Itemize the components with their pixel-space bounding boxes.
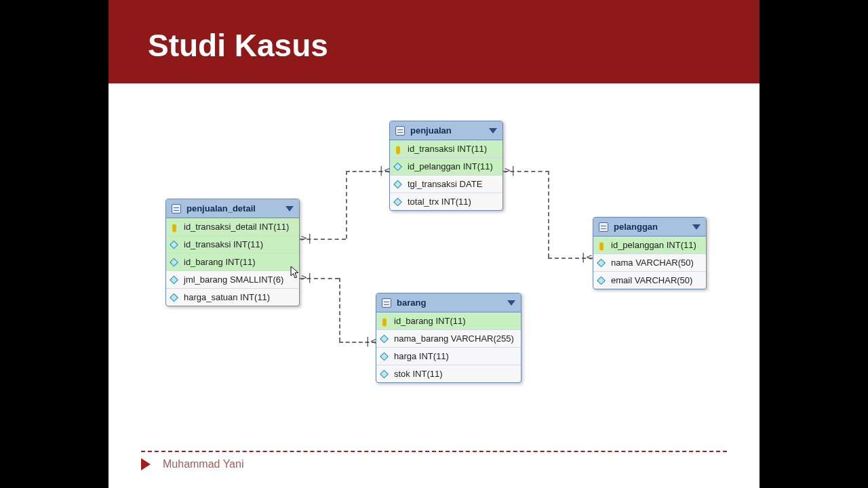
column-icon xyxy=(393,180,402,188)
column-row: total_trx INT(11) xyxy=(390,192,502,210)
entity-title: penjualan xyxy=(410,125,489,136)
pk-icon xyxy=(381,318,387,324)
column-label: stok INT(11) xyxy=(394,369,443,379)
column-row: harga INT(11) xyxy=(376,347,521,365)
column-label: nama_barang VARCHAR(255) xyxy=(394,333,514,344)
column-label: id_pelanggan INT(11) xyxy=(611,240,696,250)
column-icon xyxy=(380,369,389,378)
entity-pelanggan[interactable]: pelanggan id_pelanggan INT(11) nama VARC… xyxy=(593,217,707,289)
one-tick-icon: |< xyxy=(365,336,376,346)
pk-icon xyxy=(598,242,604,248)
entity-title: barang xyxy=(397,298,507,308)
entity-penjualan[interactable]: penjualan id_transaksi INT(11) id_pelang… xyxy=(389,121,503,211)
chevron-down-icon[interactable] xyxy=(285,206,294,211)
pk-icon xyxy=(395,146,401,152)
column-icon xyxy=(597,276,606,285)
column-row: id_transaksi INT(11) xyxy=(166,235,299,253)
column-label: email VARCHAR(50) xyxy=(611,275,692,285)
footer-divider xyxy=(141,451,727,452)
pk-icon xyxy=(171,224,177,230)
slide-stage: Studi Kasus penjualan id_transaksi INT(1… xyxy=(108,0,760,488)
one-tick-icon: |< xyxy=(378,165,390,175)
table-icon xyxy=(395,126,405,136)
table-icon xyxy=(172,204,181,214)
crowfoot-icon: >| xyxy=(301,233,313,243)
column-row: nama VARCHAR(50) xyxy=(593,253,706,271)
column-label: id_barang INT(11) xyxy=(394,316,466,326)
relation-rail xyxy=(339,278,340,342)
column-row: jml_barang SMALLINT(6) xyxy=(166,270,299,288)
relation-rail xyxy=(548,171,549,258)
column-label: harga_satuan INT(11) xyxy=(184,292,270,302)
entity-barang[interactable]: barang id_barang INT(11) nama_barang VAR… xyxy=(376,293,521,383)
column-row: id_pelanggan INT(11) xyxy=(390,157,502,175)
chevron-down-icon[interactable] xyxy=(507,300,515,306)
column-label: nama VARCHAR(50) xyxy=(611,258,694,268)
column-label: id_transaksi INT(11) xyxy=(408,144,487,154)
column-row: email VARCHAR(50) xyxy=(593,271,706,289)
fk-icon xyxy=(170,240,178,249)
entity-header[interactable]: pelanggan xyxy=(593,218,706,237)
column-row: id_transaksi_detail INT(11) xyxy=(166,218,299,235)
play-icon xyxy=(141,458,151,470)
author-name: Muhammad Yani xyxy=(163,458,243,470)
column-row: id_barang INT(11) xyxy=(166,253,299,270)
column-icon xyxy=(170,275,178,284)
entity-title: penjualan_detail xyxy=(186,203,285,214)
column-label: harga INT(11) xyxy=(394,351,449,361)
crowfoot-icon: >| xyxy=(301,272,313,282)
fk-icon xyxy=(393,162,402,171)
column-label: id_pelanggan INT(11) xyxy=(408,161,493,171)
column-icon xyxy=(380,352,389,361)
fk-icon xyxy=(170,258,178,266)
table-icon xyxy=(382,298,391,308)
column-row: nama_barang VARCHAR(255) xyxy=(376,329,521,347)
entity-header[interactable]: penjualan_detail xyxy=(166,199,299,218)
chevron-down-icon[interactable] xyxy=(692,224,701,230)
column-row: id_pelanggan INT(11) xyxy=(593,237,706,253)
column-icon xyxy=(380,334,389,343)
column-label: tgl_transaksi DATE xyxy=(408,179,482,189)
entity-title: pelanggan xyxy=(614,222,692,232)
column-icon xyxy=(170,293,178,302)
entity-header[interactable]: penjualan xyxy=(390,121,502,140)
column-row: id_transaksi INT(11) xyxy=(390,140,502,157)
slide-header: Studi Kasus xyxy=(108,0,760,83)
cursor-arrow-icon xyxy=(290,266,300,279)
crowfoot-icon: >| xyxy=(505,165,516,175)
column-row: id_barang INT(11) xyxy=(376,312,521,329)
column-icon xyxy=(393,197,402,206)
relation-rail xyxy=(346,171,347,239)
column-label: id_barang INT(11) xyxy=(184,257,256,267)
slide-title: Studi Kasus xyxy=(148,27,328,64)
column-label: jml_barang SMALLINT(6) xyxy=(184,274,283,285)
entity-penjualan-detail[interactable]: penjualan_detail id_transaksi_detail INT… xyxy=(165,199,300,306)
table-icon xyxy=(599,222,608,232)
column-row: tgl_transaksi DATE xyxy=(390,175,502,192)
column-row: harga_satuan INT(11) xyxy=(166,288,299,306)
column-label: id_transaksi INT(11) xyxy=(184,239,263,249)
column-row: stok INT(11) xyxy=(376,365,521,382)
column-label: total_trx INT(11) xyxy=(408,197,471,207)
entity-header[interactable]: barang xyxy=(376,293,521,312)
chevron-down-icon[interactable] xyxy=(489,128,497,134)
column-label: id_transaksi_detail INT(11) xyxy=(184,222,289,232)
column-icon xyxy=(597,258,606,267)
one-tick-icon: |< xyxy=(580,252,592,262)
